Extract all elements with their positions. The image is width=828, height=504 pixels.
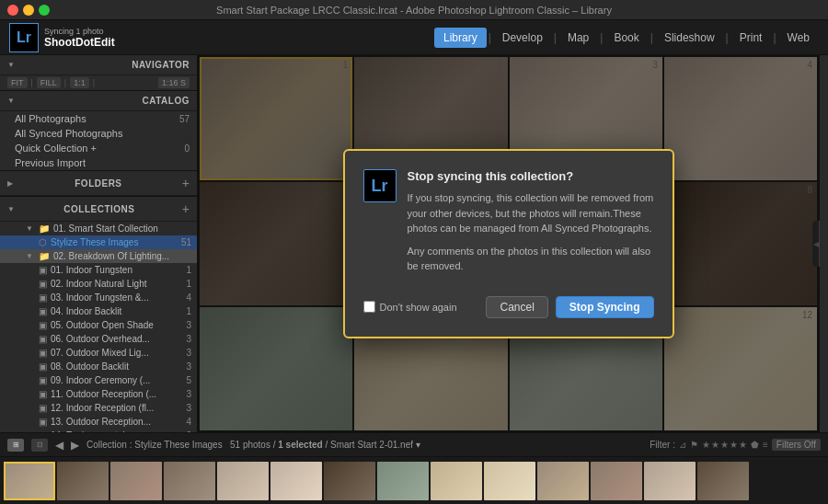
loupe-view-btn[interactable]: ⊡ (31, 439, 48, 452)
catalog-quick-collection[interactable]: Quick Collection + 0 (0, 141, 197, 155)
folders-header[interactable]: ▶ Folders + (0, 171, 197, 196)
coll-item-9[interactable]: ▣ 09. Indoor Ceremony (... 5 (0, 373, 197, 387)
color-filter-icon[interactable]: ⬟ (751, 440, 759, 450)
coll-icon-12: ▣ (39, 403, 47, 413)
coll-icon-13: ▣ (39, 417, 47, 427)
coll-icon-4: ▣ (39, 306, 47, 316)
navigator-fill-row: FIT | FILL | 1:1 | 1:16 S (0, 75, 197, 90)
coll-item-13[interactable]: ▣ 13. Outdoor Reception... 4 (0, 415, 197, 429)
coll-item-8[interactable]: ▣ 08. Outdoor Backlit 3 (0, 360, 197, 373)
filter-label: Filter : (650, 440, 675, 450)
catalog-all-synced[interactable]: All Synced Photographs (0, 126, 197, 141)
filmstrip-thumb-12[interactable] (591, 462, 642, 500)
catalog-all-photos[interactable]: All Photographs 57 (0, 111, 197, 126)
coll-breakdown-folder[interactable]: ▼ 📁 02. Breakdown Of Lighting... (0, 249, 197, 263)
filmstrip-thumb-3[interactable] (110, 462, 162, 500)
coll-stylize-images[interactable]: ⬡ Stylize These Images 51 (0, 235, 197, 249)
app-name: ShootDotEdit (44, 36, 115, 49)
filter-icon[interactable]: ⊿ (679, 440, 686, 450)
folders-add-btn[interactable]: + (182, 176, 190, 190)
coll-item-2[interactable]: ▣ 02. Indoor Natural Light 1 (0, 277, 197, 291)
filmstrip (0, 456, 828, 504)
collections-triangle: ▼ (7, 205, 15, 213)
fit-btn[interactable]: FIT (7, 77, 28, 88)
coll-item-4[interactable]: ▣ 04. Indoor Backlit 1 (0, 304, 197, 318)
folders-section: ▶ Folders + (0, 171, 197, 197)
cancel-button[interactable]: Cancel (486, 296, 547, 318)
left-panel: ▼ Navigator FIT | FILL | 1:1 | 1:16 S ▼ … (0, 55, 198, 432)
filmstrip-thumb-7[interactable] (324, 462, 375, 500)
coll-icon-1: ▣ (39, 265, 47, 275)
filmstrip-thumb-6[interactable] (270, 462, 322, 500)
nav-library[interactable]: Library (434, 28, 487, 48)
filters-off-label[interactable]: Filters Off (772, 439, 821, 451)
grid-view-btn[interactable]: ⊞ (7, 439, 24, 452)
coll-icon-8: ▣ (39, 361, 47, 372)
coll-item-1[interactable]: ▣ 01. Indoor Tungsten 1 (0, 263, 197, 277)
modal-note: Any comments on the photos in this colle… (408, 244, 654, 274)
coll-item-11[interactable]: ▣ 11. Outdoor Reception (... 3 (0, 387, 197, 401)
nav-book[interactable]: Book (604, 28, 648, 48)
modal-content: Stop syncing this collection? If you sto… (408, 169, 654, 285)
minimize-button[interactable] (23, 5, 34, 16)
sync-collection-icon: ⬡ (39, 237, 47, 247)
kind-filter-icon[interactable]: ≡ (763, 440, 768, 450)
filmstrip-thumb-9[interactable] (431, 462, 482, 500)
statusbar: ⊞ ⊡ ◀ ▶ Collection : Stylize These Image… (0, 432, 828, 456)
filmstrip-thumb-10[interactable] (484, 462, 535, 500)
filmstrip-thumb-2[interactable] (57, 462, 109, 500)
close-button[interactable] (7, 5, 18, 16)
titlebar: Smart Start Package LRCC Classic.lrcat -… (0, 0, 828, 20)
navigator-header[interactable]: ▼ Navigator (0, 55, 197, 75)
folders-title: Folders (75, 178, 121, 189)
stop-syncing-button[interactable]: Stop Syncing (556, 296, 654, 318)
dont-show-checkbox[interactable] (363, 301, 375, 313)
catalog-section: ▼ Catalog All Photographs 57 All Synced … (0, 91, 197, 171)
logo-area: Lr Syncing 1 photo ShootDotEdit (9, 23, 115, 52)
modal-body: If you stop syncing, this collection wil… (408, 190, 654, 236)
nav-print[interactable]: Print (730, 28, 772, 48)
collections-add-btn[interactable]: + (182, 201, 190, 216)
coll-item-3[interactable]: ▣ 03. Indoor Tungsten &... 4 (0, 291, 197, 304)
folder-icon-2: 📁 (39, 251, 50, 261)
nav-map[interactable]: Map (558, 28, 598, 48)
catalog-previous-import[interactable]: Previous Import (0, 155, 197, 170)
filmstrip-thumb-5[interactable] (217, 462, 269, 500)
filmstrip-thumb-1[interactable] (4, 462, 55, 500)
maximize-button[interactable] (39, 5, 50, 16)
collections-header[interactable]: ▼ Collections + (0, 197, 197, 222)
folder-icon: 📁 (39, 223, 50, 234)
filmstrip-thumb-13[interactable] (644, 462, 696, 500)
fill-btn[interactable]: FILL (37, 77, 61, 88)
coll-icon-14: ▣ (39, 430, 47, 432)
coll-item-5[interactable]: ▣ 05. Outdoor Open Shade 3 (0, 318, 197, 332)
coll-smart-start-folder[interactable]: ▼ 📁 01. Smart Start Collection (0, 222, 197, 235)
nav-sep-4: | (650, 31, 653, 44)
collections-section: ▼ Collections + ▼ 📁 01. Smart Start Coll… (0, 197, 197, 432)
nav-next-btn[interactable]: ▶ (71, 439, 79, 452)
nav-prev-btn[interactable]: ◀ (55, 439, 63, 452)
dont-show-label[interactable]: Don't show again (380, 302, 457, 313)
navigator-title: Navigator (132, 60, 190, 70)
coll-icon-9: ▣ (39, 375, 47, 385)
filmstrip-thumb-14[interactable] (697, 462, 749, 500)
coll-item-7[interactable]: ▣ 07. Outdoor Mixed Lig... 3 (0, 346, 197, 360)
filmstrip-thumb-11[interactable] (537, 462, 589, 500)
nav-slideshow[interactable]: Slideshow (655, 28, 724, 48)
navigator-section: ▼ Navigator FIT | FILL | 1:1 | 1:16 S (0, 55, 197, 91)
catalog-header[interactable]: ▼ Catalog (0, 91, 197, 111)
zoom-btn[interactable]: 1:16 S (158, 77, 190, 88)
coll-item-6[interactable]: ▣ 06. Outdoor Overhead... 3 (0, 332, 197, 346)
lr-logo: Lr (9, 23, 39, 52)
filmstrip-thumb-4[interactable] (164, 462, 215, 500)
coll-item-12[interactable]: ▣ 12. Indoor Reception (fl... 3 (0, 401, 197, 415)
star-rating-filter[interactable]: ★ ★ ★ ★ ★ (702, 440, 747, 450)
modal-header: Lr Stop syncing this collection? If you … (363, 169, 654, 285)
coll-item-14[interactable]: ▣ 14. Environmental 2 (0, 429, 197, 432)
flag-icon[interactable]: ⚑ (690, 440, 698, 450)
nav-develop[interactable]: Develop (493, 28, 552, 48)
filmstrip-thumb-8[interactable] (377, 462, 429, 500)
dont-show-again-container[interactable]: Don't show again (363, 301, 457, 313)
1to1-btn[interactable]: 1:1 (70, 77, 89, 88)
nav-web[interactable]: Web (778, 28, 819, 48)
